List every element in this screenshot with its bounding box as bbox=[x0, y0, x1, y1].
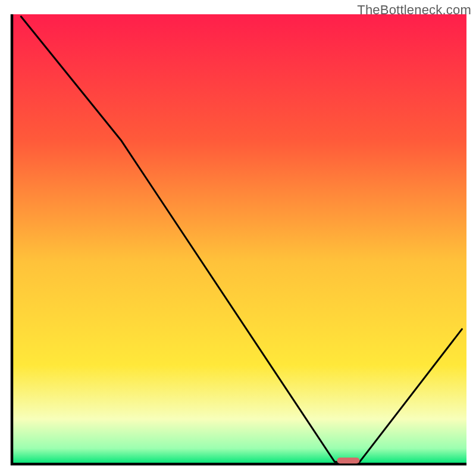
bottleneck-chart bbox=[0, 0, 476, 476]
chart-container: TheBottleneck.com bbox=[0, 0, 476, 476]
gradient-background bbox=[12, 14, 466, 464]
optimal-marker bbox=[337, 458, 359, 464]
